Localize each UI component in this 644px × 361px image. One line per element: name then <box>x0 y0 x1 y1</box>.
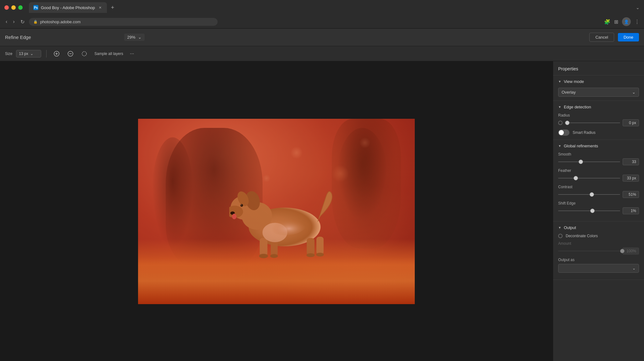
tab-title: Good Boy - Adobe Photoshop <box>41 5 95 10</box>
window-control-icon[interactable]: ⌄ <box>636 5 640 10</box>
dog-scene <box>138 119 415 304</box>
shift-edge-row: Shift Edge 1% <box>558 201 639 214</box>
app-container: Refine Edge 29% ⌄ Cancel Done Size 13 px… <box>0 29 644 361</box>
contrast-slider-row: 51% <box>558 191 639 198</box>
shift-edge-value[interactable]: 1% <box>623 207 639 214</box>
size-label: Size <box>5 52 12 56</box>
zoom-control[interactable]: 29% ⌄ <box>124 34 145 41</box>
svg-point-5 <box>82 52 86 56</box>
tab-bar: Ps Good Boy - Adobe Photoshop ✕ + <box>29 2 117 13</box>
decontaminate-colors-checkbox[interactable] <box>558 234 563 238</box>
radius-slider-thumb[interactable] <box>565 121 569 125</box>
lock-icon: 🔒 <box>33 20 38 24</box>
properties-title: Properties <box>558 66 578 71</box>
feather-slider-row: 33 px <box>558 175 639 182</box>
smooth-value[interactable]: 33 <box>623 158 639 165</box>
shift-edge-slider-thumb[interactable] <box>590 209 595 213</box>
close-button[interactable] <box>4 5 9 10</box>
cancel-button[interactable]: Cancel <box>589 33 614 42</box>
view-mode-section-header[interactable]: ▼ View mode <box>558 79 639 84</box>
amount-slider-thumb <box>620 249 625 253</box>
radius-label: Radius <box>558 113 639 118</box>
canvas-area[interactable] <box>0 61 553 361</box>
smooth-slider-track[interactable] <box>558 161 620 162</box>
radius-slider-row: 0 px <box>558 119 639 126</box>
browser-chrome: Ps Good Boy - Adobe Photoshop ✕ + ⌄ ‹ › … <box>0 0 644 29</box>
profile-icon[interactable]: 👤 <box>622 17 631 26</box>
app-toolbar: Refine Edge 29% ⌄ Cancel Done <box>0 29 644 46</box>
smart-radius-label: Smart Radius <box>573 130 596 135</box>
properties-panel: Properties ▼ View mode Overlay ⌄ ▼ Edge … <box>553 61 644 361</box>
contrast-slider-thumb[interactable] <box>590 192 594 197</box>
tool-options-bar: Size 13 px ⌄ Sample all layers ·· <box>0 46 644 61</box>
zoom-value: 29% <box>127 35 136 40</box>
radius-value[interactable]: 0 px <box>623 119 639 126</box>
new-tab-button[interactable]: + <box>108 3 117 12</box>
radius-radio[interactable] <box>558 121 563 125</box>
radius-row: Radius 0 px <box>558 113 639 126</box>
shift-edge-slider-track[interactable] <box>558 211 620 211</box>
contrast-slider-track[interactable] <box>558 194 620 195</box>
size-dropdown[interactable]: 13 px ⌄ <box>16 50 41 57</box>
address-text: photoshop.adobe.com <box>40 19 81 24</box>
radius-slider-track[interactable] <box>565 123 620 123</box>
minimize-button[interactable] <box>11 5 16 10</box>
active-tab[interactable]: Ps Good Boy - Adobe Photoshop ✕ <box>29 2 107 13</box>
done-button[interactable]: Done <box>618 33 639 41</box>
forward-button[interactable]: › <box>12 18 16 26</box>
sample-all-layers-label: Sample all layers <box>94 52 123 56</box>
output-section: ▼ Output Decontinate Colors Amount 100% <box>553 222 644 280</box>
amount-label: Amount <box>558 241 639 246</box>
smooth-label: Smooth <box>558 152 639 156</box>
smooth-slider-thumb[interactable] <box>579 160 583 164</box>
output-as-select[interactable]: ⌄ <box>558 264 639 273</box>
feather-slider-track[interactable] <box>558 178 620 178</box>
address-bar[interactable]: 🔒 photoshop.adobe.com <box>29 18 218 26</box>
extensions-icon[interactable]: 🧩 <box>604 19 610 25</box>
output-section-header[interactable]: ▼ Output <box>558 225 639 230</box>
feather-slider-thumb[interactable] <box>574 176 578 180</box>
decontaminate-colors-row: Decontinate Colors <box>558 234 639 238</box>
main-area: Properties ▼ View mode Overlay ⌄ ▼ Edge … <box>0 61 644 361</box>
view-mode-value: Overlay <box>562 90 576 95</box>
maximize-button[interactable] <box>18 5 23 10</box>
address-bar-row: ‹ › ↻ 🔒 photoshop.adobe.com 🧩 ⊞ 👤 ⋮ <box>0 15 644 28</box>
view-mode-chevron-icon: ⌄ <box>632 90 636 95</box>
sidebar-icon[interactable]: ⊞ <box>614 19 618 25</box>
contrast-value[interactable]: 51% <box>623 191 639 198</box>
subtract-brush-tool-button[interactable] <box>65 49 75 59</box>
global-refinements-chevron-icon: ▼ <box>558 144 561 148</box>
view-mode-select[interactable]: Overlay ⌄ <box>558 88 639 97</box>
smooth-row: Smooth 33 <box>558 152 639 165</box>
shift-edge-label: Shift Edge <box>558 201 639 205</box>
shift-edge-slider-row: 1% <box>558 207 639 214</box>
global-refinements-section-title: Global refinements <box>564 144 598 148</box>
output-as-label: Output as <box>558 258 639 262</box>
traffic-lights <box>4 5 23 10</box>
edge-detection-chevron-icon: ▼ <box>558 105 561 109</box>
global-refinements-section-header[interactable]: ▼ Global refinements <box>558 144 639 148</box>
more-options-button[interactable]: ··· <box>127 49 137 59</box>
back-button[interactable]: ‹ <box>4 18 8 26</box>
title-bar: Ps Good Boy - Adobe Photoshop ✕ + ⌄ <box>0 0 644 15</box>
edge-detection-section-header[interactable]: ▼ Edge detection <box>558 105 639 109</box>
smart-radius-toggle[interactable] <box>558 129 569 136</box>
view-mode-chevron-icon: ▼ <box>558 80 561 83</box>
tab-close-button[interactable]: ✕ <box>97 5 103 10</box>
size-chevron-icon: ⌄ <box>30 52 33 56</box>
amount-value: 100% <box>623 248 639 254</box>
canvas-image <box>138 119 415 304</box>
amount-slider-track <box>558 251 620 251</box>
feather-value[interactable]: 33 px <box>623 175 639 182</box>
reload-button[interactable]: ↻ <box>19 18 26 26</box>
edge-detection-section: ▼ Edge detection Radius 0 px <box>553 101 644 140</box>
menu-icon[interactable]: ⋮ <box>635 19 640 25</box>
browser-actions: 🧩 ⊞ 👤 ⋮ <box>604 17 640 26</box>
lasso-tool-button[interactable] <box>79 49 89 59</box>
size-value: 13 px <box>19 52 28 56</box>
contrast-label: Contrast <box>558 185 639 189</box>
add-brush-tool-button[interactable] <box>52 49 62 59</box>
output-section-title: Output <box>564 225 576 230</box>
feather-row: Feather 33 px <box>558 168 639 182</box>
bokeh-overlay <box>138 119 415 304</box>
